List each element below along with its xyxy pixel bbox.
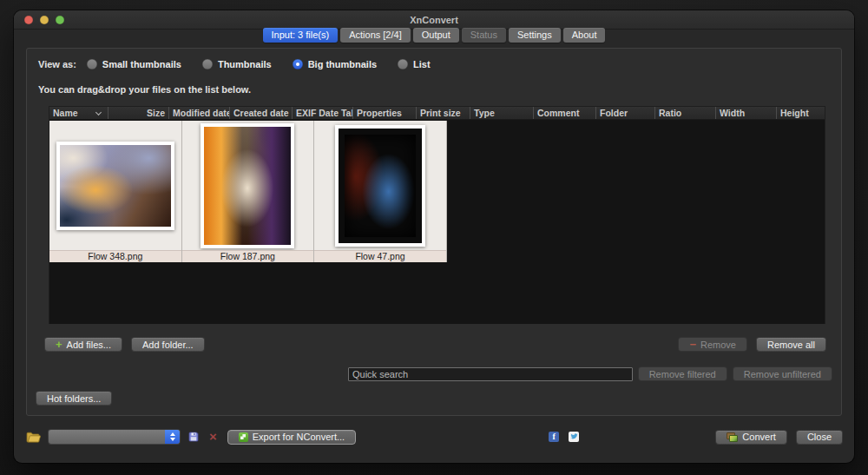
thumbnail-frame <box>201 123 294 248</box>
button-label: Remove <box>700 340 736 350</box>
remove-all-button[interactable]: Remove all <box>756 337 826 352</box>
hot-folders-button[interactable]: Hot folders... <box>36 391 112 406</box>
list-item[interactable]: Flow 47.png <box>314 121 447 262</box>
preset-combobox[interactable] <box>48 429 181 445</box>
button-label: Remove unfiltered <box>744 369 821 379</box>
minus-icon: − <box>689 340 696 349</box>
column-header-height[interactable]: Height <box>777 107 825 119</box>
save-preset-icon[interactable] <box>188 432 199 442</box>
file-name: Flow 187.png <box>182 250 314 262</box>
main-tabbar: Input: 3 file(s) Actions [2/4] Output St… <box>14 28 854 43</box>
thumbnail-frame <box>56 142 174 230</box>
quick-search-input[interactable] <box>348 367 633 381</box>
thumbnail-frame <box>335 125 425 247</box>
button-label: Hot folders... <box>47 393 101 404</box>
column-header-print-size[interactable]: Print size <box>417 107 470 119</box>
button-label: Convert <box>742 432 776 442</box>
tab-settings[interactable]: Settings <box>509 28 561 43</box>
file-name: Flow 47.png <box>314 250 446 262</box>
add-folder-button[interactable]: Add folder... <box>131 337 205 352</box>
column-header-comment[interactable]: Comment <box>534 107 596 119</box>
export-nconvert-button[interactable]: Export for NConvert... <box>227 430 356 445</box>
bottom-toolbar: × Export for NConvert... f Convert <box>14 428 854 445</box>
tab-about[interactable]: About <box>563 28 606 43</box>
radio-list[interactable]: List <box>398 59 431 69</box>
add-files-button[interactable]: + Add files... <box>44 337 122 352</box>
convert-button[interactable]: Convert <box>715 430 787 445</box>
column-label: Name <box>53 108 78 118</box>
delete-preset-icon: × <box>209 432 217 442</box>
facebook-icon[interactable]: f <box>549 432 559 442</box>
xnconvert-window: XnConvert Input: 3 file(s) Actions [2/4]… <box>14 10 854 463</box>
file-list-header: Name Size Modified date Created date EXI… <box>49 107 825 120</box>
thumbnail-area <box>182 121 314 250</box>
open-folder-icon[interactable] <box>26 432 41 443</box>
file-actions-row: + Add files... Add folder... − Remove Re… <box>44 337 826 352</box>
twitter-icon[interactable] <box>569 432 579 442</box>
titlebar[interactable]: XnConvert <box>14 10 854 30</box>
convert-images-icon <box>727 432 738 442</box>
view-as-row: View as: Small thumbnails Thumbnails Big… <box>38 59 451 69</box>
quick-search-row: Remove filtered Remove unfiltered <box>348 366 832 381</box>
radio-selected-icon <box>293 59 303 69</box>
button-label: Close <box>807 432 832 442</box>
export-icon <box>239 432 248 442</box>
thumbnail-image <box>339 129 422 243</box>
window-title: XnConvert <box>14 10 854 30</box>
radio-icon <box>202 59 213 69</box>
chevron-down-icon <box>170 438 175 441</box>
column-header-created-date[interactable]: Created date <box>230 107 293 119</box>
list-item[interactable]: Flow 348.png <box>49 121 182 262</box>
radio-label: Big thumbnails <box>308 59 377 69</box>
radio-small-thumbnails[interactable]: Small thumbnails <box>87 59 181 69</box>
thumbnail-area <box>314 121 446 250</box>
chevron-up-icon <box>170 432 175 436</box>
button-label: Remove filtered <box>649 369 716 379</box>
list-item[interactable]: Flow 187.png <box>182 121 315 262</box>
radio-label: List <box>413 59 431 69</box>
input-tab-panel: View as: Small thumbnails Thumbnails Big… <box>26 48 842 416</box>
remove-unfiltered-button: Remove unfiltered <box>733 366 832 381</box>
file-name: Flow 348.png <box>49 250 181 262</box>
column-header-name[interactable]: Name <box>49 107 108 119</box>
thumbnail-image <box>60 145 171 227</box>
tab-output[interactable]: Output <box>413 28 459 43</box>
thumbnail-image <box>204 127 291 245</box>
column-header-modified-date[interactable]: Modified date <box>169 107 230 119</box>
thumbnail-strip: Flow 348.png Flow 187.png <box>49 121 447 262</box>
combobox-stepper-icon <box>165 430 180 444</box>
plus-icon: + <box>56 340 62 349</box>
desktop-background: XnConvert Input: 3 file(s) Actions [2/4]… <box>0 0 868 475</box>
dragdrop-hint: You can drag&drop your files on the list… <box>38 84 251 95</box>
column-header-size[interactable]: Size <box>108 107 169 119</box>
view-as-label: View as: <box>38 59 76 69</box>
tab-status: Status <box>462 28 506 43</box>
button-label: Remove all <box>767 340 815 350</box>
radio-label: Thumbnails <box>218 59 272 69</box>
thumbnail-area <box>49 121 181 250</box>
radio-label: Small thumbnails <box>102 59 181 69</box>
remove-button: − Remove <box>678 337 747 352</box>
radio-icon <box>398 59 408 69</box>
column-header-properties[interactable]: Properties <box>353 107 417 119</box>
sort-chevron-down-icon <box>95 109 102 115</box>
column-header-folder[interactable]: Folder <box>596 107 655 119</box>
radio-thumbnails[interactable]: Thumbnails <box>202 59 272 69</box>
spacer <box>205 337 679 352</box>
button-label: Add folder... <box>142 340 194 350</box>
close-button[interactable]: Close <box>796 430 843 445</box>
radio-big-thumbnails[interactable]: Big thumbnails <box>293 59 377 69</box>
file-list: Name Size Modified date Created date EXI… <box>49 106 825 324</box>
column-header-exif-date[interactable]: EXIF Date Taken <box>293 107 353 119</box>
button-label: Add files... <box>67 340 111 350</box>
column-header-type[interactable]: Type <box>470 107 534 119</box>
tab-actions[interactable]: Actions [2/4] <box>340 28 411 43</box>
remove-filtered-button: Remove filtered <box>638 366 727 381</box>
radio-icon <box>87 59 97 69</box>
spacer <box>122 337 131 352</box>
file-list-body[interactable]: Flow 348.png Flow 187.png <box>49 120 825 324</box>
column-header-ratio[interactable]: Ratio <box>655 107 716 119</box>
column-header-width[interactable]: Width <box>716 107 777 119</box>
tab-input[interactable]: Input: 3 file(s) <box>263 28 339 43</box>
spacer <box>747 337 756 352</box>
